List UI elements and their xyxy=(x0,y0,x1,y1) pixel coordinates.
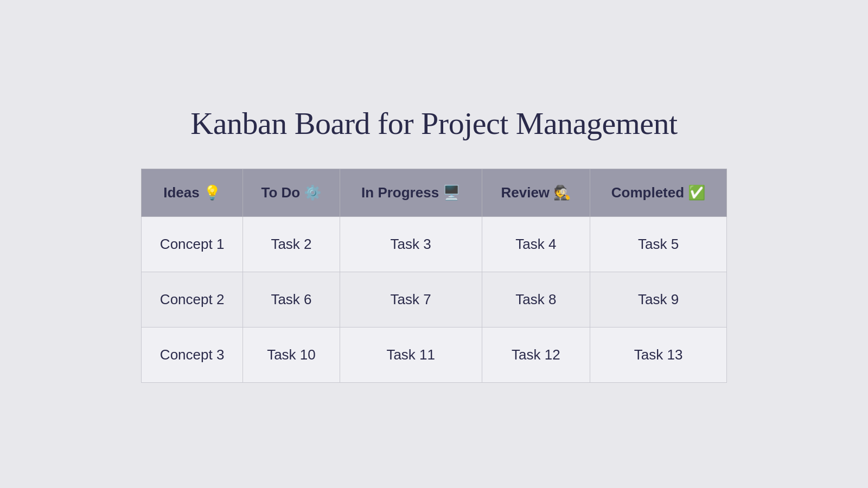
cell-r2-c1[interactable]: Concept 2 xyxy=(142,272,243,328)
table-row: Concept 3Task 10Task 11Task 12Task 13 xyxy=(142,328,727,383)
cell-r3-c1[interactable]: Concept 3 xyxy=(142,328,243,383)
kanban-body: Concept 1Task 2Task 3Task 4Task 5Concept… xyxy=(142,217,727,383)
cell-r3-c5[interactable]: Task 13 xyxy=(590,328,727,383)
column-header-review: Review 🕵️ xyxy=(482,169,590,217)
cell-r1-c2[interactable]: Task 2 xyxy=(243,217,340,272)
page-title: Kanban Board for Project Management xyxy=(190,105,677,142)
cell-r1-c1[interactable]: Concept 1 xyxy=(142,217,243,272)
table-row: Concept 1Task 2Task 3Task 4Task 5 xyxy=(142,217,727,272)
table-row: Concept 2Task 6Task 7Task 8Task 9 xyxy=(142,272,727,328)
cell-r1-c5[interactable]: Task 5 xyxy=(590,217,727,272)
kanban-board: Ideas 💡To Do ⚙️In Progress 🖥️Review 🕵️Co… xyxy=(141,169,727,383)
column-header-in-progress: In Progress 🖥️ xyxy=(340,169,482,217)
cell-r2-c4[interactable]: Task 8 xyxy=(482,272,590,328)
cell-r1-c3[interactable]: Task 3 xyxy=(340,217,482,272)
cell-r2-c5[interactable]: Task 9 xyxy=(590,272,727,328)
column-header-to-do: To Do ⚙️ xyxy=(243,169,340,217)
cell-r3-c4[interactable]: Task 12 xyxy=(482,328,590,383)
cell-r2-c2[interactable]: Task 6 xyxy=(243,272,340,328)
cell-r3-c3[interactable]: Task 11 xyxy=(340,328,482,383)
cell-r1-c4[interactable]: Task 4 xyxy=(482,217,590,272)
cell-r2-c3[interactable]: Task 7 xyxy=(340,272,482,328)
header-row: Ideas 💡To Do ⚙️In Progress 🖥️Review 🕵️Co… xyxy=(142,169,727,217)
column-header-ideas: Ideas 💡 xyxy=(142,169,243,217)
column-header-completed: Completed ✅ xyxy=(590,169,727,217)
cell-r3-c2[interactable]: Task 10 xyxy=(243,328,340,383)
